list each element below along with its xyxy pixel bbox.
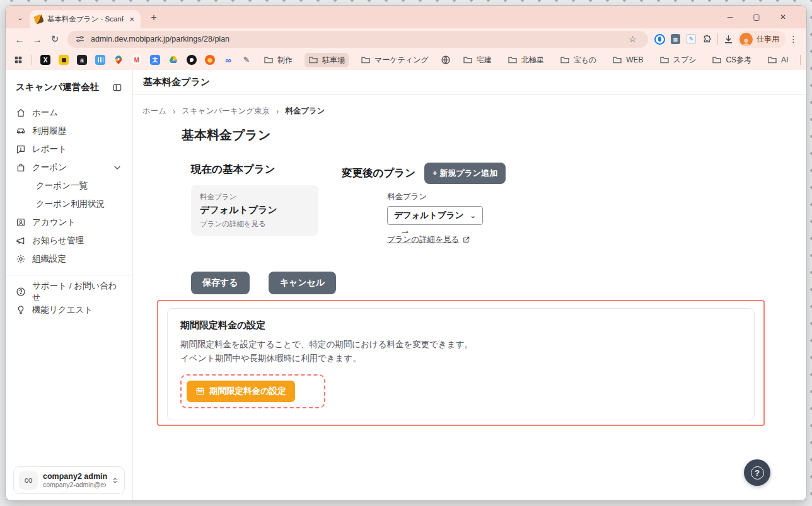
bookmark-flame-icon[interactable] — [205, 55, 215, 65]
new-plan-heading: 変更後のプラン — [342, 166, 415, 180]
sidebar-item-notice[interactable]: お知らせ管理 — [6, 231, 132, 250]
folder-icon — [463, 55, 473, 65]
breadcrumb-parking[interactable]: スキャンパーキング東京 — [182, 106, 270, 117]
chevron-down-icon: ⌄ — [470, 212, 476, 220]
question-icon: ? — [751, 466, 764, 480]
close-button[interactable]: ✕ — [770, 9, 796, 25]
save-button[interactable]: 保存する — [191, 272, 250, 294]
bookmark-folder-chushajo[interactable]: 駐車場 — [304, 53, 349, 67]
current-plan-field-label: 料金プラン — [200, 192, 310, 202]
forward-button[interactable]: → — [28, 30, 46, 48]
plan-select[interactable]: デフォルトプラン ⌄ — [387, 206, 483, 225]
current-plan-heading: 現在の基本プラン — [191, 163, 318, 176]
folder-icon — [612, 55, 622, 65]
bookmark-folder-cs[interactable]: CS参考 — [708, 53, 755, 67]
bookmark-folder-hokkyokusei[interactable]: 北極星 — [504, 53, 548, 67]
breadcrumb-home[interactable]: ホーム — [142, 106, 166, 117]
sidebar-item-feature-request[interactable]: 機能リクエスト — [6, 301, 132, 319]
new-tab-button[interactable]: + — [146, 9, 162, 26]
bookmark-x-icon[interactable]: X — [40, 55, 50, 65]
megaphone-icon — [16, 236, 26, 246]
window-controls: ─ ▢ ✕ — [717, 9, 796, 25]
bookmark-pen-icon[interactable]: ✎ — [241, 55, 252, 65]
back-button[interactable]: ← — [11, 30, 28, 48]
bookmark-gmail-icon[interactable]: M — [132, 55, 142, 65]
sidebar-item-report[interactable]: レポート — [6, 140, 132, 158]
toolbar-divider — [717, 33, 718, 45]
bookmark-translate-icon[interactable]: 文 — [150, 55, 160, 65]
bookmark-blue-icon[interactable] — [95, 55, 105, 65]
folder-icon — [767, 55, 777, 65]
sidebar-item-coupon-usage[interactable]: クーポン利用状況 — [6, 195, 132, 213]
extensions-puzzle-icon[interactable] — [699, 32, 715, 47]
bookmark-dark-a-icon[interactable]: a — [77, 55, 87, 65]
reload-button[interactable]: ↻ — [46, 30, 64, 48]
url-text[interactable]: admin.dev.mobipark.jp/parkings/28/plan — [91, 35, 619, 43]
bookmark-folder-seisaku[interactable]: 制作 — [260, 53, 296, 67]
bookmark-star-icon[interactable]: ☆ — [625, 32, 641, 47]
chevron-down-icon: ⌄ — [17, 14, 23, 22]
sidebar-item-account[interactable]: アカウント — [6, 213, 132, 231]
limited-price-settings-button[interactable]: 期間限定料金の設定 — [187, 381, 295, 402]
main-content: ホーム › スキャンパーキング東京 › 料金プラン 基本料金プラン 現在の基本プ… — [133, 95, 806, 501]
sidebar-toggle-icon[interactable] — [112, 83, 122, 93]
car-icon — [16, 126, 26, 136]
limited-price-button-highlight: 期間限定料金の設定 — [180, 374, 325, 408]
url-bar[interactable]: admin.dev.mobipark.jp/parkings/28/plan ☆ — [67, 31, 648, 48]
extension-2-icon[interactable]: ✎ — [683, 32, 699, 47]
apps-grid-icon[interactable] — [13, 55, 23, 65]
current-plan-card: 料金プラン デフォルトプラン プランの詳細を見る — [191, 185, 318, 236]
bookmark-dark-circle-icon[interactable] — [187, 55, 197, 65]
user-avatar: co — [19, 471, 38, 490]
sidebar-item-support[interactable]: サポート / お問い合わせ — [6, 282, 132, 301]
bookmark-folder-ai[interactable]: AI — [763, 53, 792, 67]
maximize-button[interactable]: ▢ — [743, 9, 770, 25]
onepassword-extension-icon[interactable] — [652, 32, 668, 47]
sidebar: スキャンパ運営会社 ホーム 利用履歴 レポート — [6, 70, 133, 501]
gear-icon — [16, 254, 26, 264]
report-icon — [16, 144, 26, 154]
profile-label: 仕事用 — [757, 34, 779, 45]
bookmark-drive-icon[interactable] — [168, 55, 178, 65]
add-plan-button[interactable]: + 新規プラン追加 — [424, 163, 506, 184]
browser-toolbar: ← → ↻ admin.dev.mobipark.jp/parkings/28/… — [6, 28, 806, 50]
sidebar-nav: ホーム 利用履歴 レポート クーポン クーポン一覧 — [6, 103, 132, 460]
bookmark-folder-web[interactable]: WEB — [608, 53, 647, 67]
site-settings-icon[interactable] — [75, 34, 85, 44]
browser-menu-icon[interactable]: ⋮ — [786, 32, 801, 47]
sidebar-item-org-settings[interactable]: 組織設定 — [6, 250, 132, 268]
sidebar-item-home[interactable]: ホーム — [6, 103, 132, 122]
bookmark-globe-icon[interactable] — [441, 55, 451, 65]
bookmark-infinity-icon[interactable]: ∞ — [223, 55, 233, 65]
bookmarks-bar: X a M 文 ∞ ✎ 制作 駐車場 マーケティング — [6, 50, 806, 70]
cancel-button[interactable]: キャンセル — [269, 272, 337, 294]
tab-close-icon[interactable]: × — [128, 14, 136, 24]
question-circle-icon — [16, 287, 26, 297]
bookmark-folder-takken[interactable]: 宅建 — [459, 53, 496, 67]
downloads-icon[interactable] — [721, 32, 736, 47]
sidebar-item-history[interactable]: 利用履歴 — [6, 122, 132, 140]
sidebar-item-coupon-list[interactable]: クーポン一覧 — [6, 176, 132, 195]
account-icon — [16, 217, 26, 227]
current-plan-detail-link[interactable]: プランの詳細を見る — [200, 219, 310, 229]
sidebar-item-coupon[interactable]: クーポン — [6, 158, 132, 176]
help-fab-button[interactable]: ? — [744, 459, 770, 486]
user-name: company2 admin — [43, 472, 106, 481]
user-menu[interactable]: co company2 admin company2-admin@example… — [13, 466, 125, 494]
folder-icon — [508, 55, 518, 65]
bookmark-folder-marketing[interactable]: マーケティング — [357, 53, 432, 67]
bookmark-maps-pin-icon[interactable] — [113, 55, 124, 65]
breadcrumb: ホーム › スキャンパーキング東京 › 料金プラン — [142, 106, 806, 117]
breadcrumb-separator: › — [173, 107, 175, 116]
extension-1-icon[interactable]: ▦ — [668, 32, 683, 47]
bookmark-folder-takaramono[interactable]: 宝もの — [556, 53, 601, 67]
active-tab[interactable]: 基本料金プラン - ScanPa Admin × — [30, 10, 141, 28]
bookmark-folder-supushi[interactable]: スプシ — [656, 53, 700, 67]
tab-search-button[interactable]: ⌄ — [12, 9, 28, 26]
profile-button[interactable]: 仕事用 — [738, 31, 786, 48]
lightbulb-icon — [16, 305, 26, 315]
minimize-button[interactable]: ─ — [717, 9, 743, 25]
folder-icon — [308, 55, 318, 65]
page-title: 基本料金プラン — [182, 127, 806, 144]
bookmark-yellow-icon[interactable] — [59, 55, 69, 65]
